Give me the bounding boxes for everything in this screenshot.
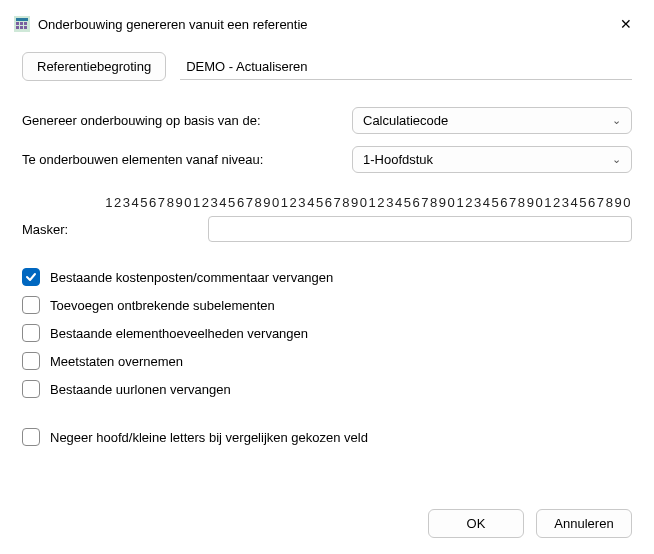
ok-button[interactable]: OK bbox=[428, 509, 524, 538]
svg-rect-2 bbox=[16, 22, 19, 25]
svg-rect-3 bbox=[20, 22, 23, 25]
checkbox-take_measurements[interactable]: Meetstaten overnemen bbox=[22, 352, 632, 370]
ruler-row: 1234567890123456789012345678901234567890… bbox=[22, 195, 632, 210]
checkbox-ignore_case[interactable]: Negeer hoofd/kleine letters bij vergelij… bbox=[22, 428, 632, 446]
svg-rect-6 bbox=[20, 26, 23, 29]
reference-row: Referentiebegroting DEMO - Actualiseren bbox=[22, 52, 632, 81]
window-title: Onderbouwing genereren vanuit een refere… bbox=[38, 17, 604, 32]
checkbox-box bbox=[22, 352, 40, 370]
checkbox-replace_wages[interactable]: Bestaande uurlonen vervangen bbox=[22, 380, 632, 398]
svg-rect-5 bbox=[16, 26, 19, 29]
checkbox-label: Negeer hoofd/kleine letters bij vergelij… bbox=[50, 430, 368, 445]
checkbox-label: Bestaande elementhoeveelheden vervangen bbox=[50, 326, 308, 341]
mask-input[interactable] bbox=[208, 216, 632, 242]
chevron-down-icon: ⌄ bbox=[612, 114, 621, 127]
basis-selected: Calculatiecode bbox=[363, 113, 448, 128]
checkbox-box bbox=[22, 380, 40, 398]
dialog-footer: OK Annuleren bbox=[428, 509, 632, 538]
close-button[interactable]: ✕ bbox=[612, 10, 640, 38]
checkbox-gap bbox=[22, 408, 632, 418]
level-row: Te onderbouwen elementen vanaf niveau: 1… bbox=[22, 146, 632, 173]
reference-budget-value: DEMO - Actualiseren bbox=[180, 54, 632, 80]
mask-row: Masker: bbox=[22, 216, 632, 242]
checkbox-label: Bestaande uurlonen vervangen bbox=[50, 382, 231, 397]
mask-ruler: 1234567890123456789012345678901234567890… bbox=[101, 195, 632, 210]
cancel-button[interactable]: Annuleren bbox=[536, 509, 632, 538]
svg-rect-4 bbox=[24, 22, 27, 25]
checkbox-box bbox=[22, 428, 40, 446]
checkbox-label: Bestaande kostenposten/commentaar vervan… bbox=[50, 270, 333, 285]
close-icon: ✕ bbox=[620, 17, 632, 31]
svg-rect-1 bbox=[16, 18, 28, 21]
basis-row: Genereer onderbouwing op basis van de: C… bbox=[22, 107, 632, 134]
checkbox-label: Meetstaten overnemen bbox=[50, 354, 183, 369]
checkbox-box bbox=[22, 268, 40, 286]
basis-dropdown[interactable]: Calculatiecode ⌄ bbox=[352, 107, 632, 134]
level-dropdown[interactable]: 1-Hoofdstuk ⌄ bbox=[352, 146, 632, 173]
level-selected: 1-Hoofdstuk bbox=[363, 152, 433, 167]
chevron-down-icon: ⌄ bbox=[612, 153, 621, 166]
dialog-content: Referentiebegroting DEMO - Actualiseren … bbox=[0, 44, 654, 446]
checkbox-box bbox=[22, 324, 40, 342]
checkbox-replace_qty[interactable]: Bestaande elementhoeveelheden vervangen bbox=[22, 324, 632, 342]
checkbox-box bbox=[22, 296, 40, 314]
reference-budget-button[interactable]: Referentiebegroting bbox=[22, 52, 166, 81]
mask-label: Masker: bbox=[22, 222, 190, 237]
checkbox-replace_costposts[interactable]: Bestaande kostenposten/commentaar vervan… bbox=[22, 268, 632, 286]
titlebar: Onderbouwing genereren vanuit een refere… bbox=[0, 0, 654, 44]
svg-rect-7 bbox=[24, 26, 27, 29]
checkbox-add_missing[interactable]: Toevoegen ontbrekende subelementen bbox=[22, 296, 632, 314]
app-icon bbox=[14, 16, 30, 32]
checkbox-label: Toevoegen ontbrekende subelementen bbox=[50, 298, 275, 313]
level-label: Te onderbouwen elementen vanaf niveau: bbox=[22, 152, 334, 167]
checkbox-group: Bestaande kostenposten/commentaar vervan… bbox=[22, 268, 632, 446]
basis-label: Genereer onderbouwing op basis van de: bbox=[22, 113, 334, 128]
